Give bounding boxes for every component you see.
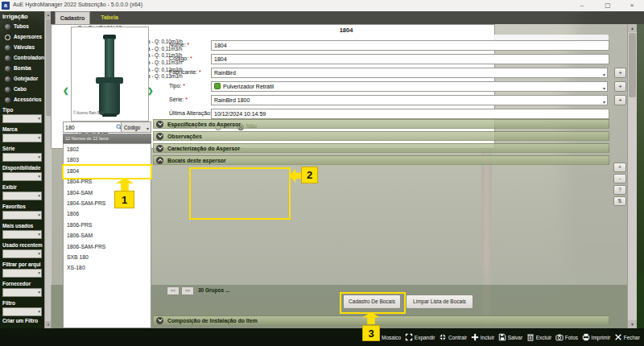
maximize-button[interactable]: ▢ [601, 1, 615, 10]
required-marker: * [190, 56, 192, 61]
sidebar-item-tubos[interactable]: Tubos [0, 22, 44, 32]
serie-select[interactable]: RainBird 1800 [211, 95, 608, 105]
filter-select-usado-recentemente[interactable] [2, 249, 42, 259]
list-item[interactable]: 1802 [64, 144, 151, 154]
printer-icon [582, 333, 590, 341]
filter-select-filtro[interactable] [2, 307, 42, 317]
section-label: Observações [167, 134, 202, 139]
tree-add-button[interactable]: + [613, 163, 626, 172]
filter-select-mais-usados[interactable] [2, 230, 42, 240]
sidebar-item-gotejador[interactable]: Gotejador [0, 74, 44, 84]
add-serie-button[interactable]: + [614, 95, 626, 105]
required-marker: * [188, 42, 190, 47]
annotation-1-label: 1 [114, 191, 134, 208]
list-item[interactable]: 1806 [64, 208, 151, 219]
list-item[interactable]: 1806-PRS [64, 220, 151, 230]
toolbar-label: Salvar [508, 335, 522, 340]
field-label-serie: Série: * [169, 97, 188, 102]
list-item[interactable]: SXB 180 [64, 252, 151, 262]
section-observacoes[interactable]: Observações [153, 131, 609, 141]
list-item[interactable]: 1806-SAM [64, 230, 151, 241]
minimize-button[interactable]: – [575, 1, 589, 10]
nome-input[interactable] [211, 40, 609, 51]
tree-sort-button[interactable]: ⇅ [613, 196, 626, 206]
fotos-button[interactable]: Fotos [555, 333, 578, 341]
toolbar-label: Incluir [481, 335, 494, 340]
section-especificacoes[interactable]: Especificações do Aspersor [153, 119, 609, 129]
section-caracterizacao[interactable]: Caracterização do Aspersor [153, 143, 609, 153]
fabricante-select[interactable]: RainBird [211, 68, 608, 78]
fechar-button[interactable]: Fechar [614, 333, 640, 341]
list-item[interactable]: XS-180 [64, 262, 151, 273]
search-input[interactable] [63, 122, 123, 133]
filter-select-filtrar-por-arquivo[interactable] [2, 269, 42, 278]
limpar-lista-de-bocais-button[interactable]: Limpar Lista de Bocais [406, 295, 473, 309]
form-scrollbar[interactable]: ▲ ▼ [627, 24, 637, 328]
search-field-select[interactable]: Código [121, 122, 151, 133]
tree-remove-button[interactable]: - [613, 174, 626, 183]
sidebar-item-valvulas[interactable]: Válvulas [0, 43, 44, 53]
tipo-select[interactable]: Pulverizador Retrátil [211, 81, 608, 92]
sidebar-item-acessorios[interactable]: Acessórios [0, 95, 44, 105]
tab-cadastro[interactable]: Cadastro [55, 11, 90, 24]
previous-image-arrow[interactable]: ❮ [63, 87, 69, 95]
tab-tabela[interactable]: Tabela [93, 11, 126, 24]
close-window-button[interactable]: × [625, 1, 639, 10]
sprinkler-riser [105, 39, 114, 79]
toolbar-label: Contrair [448, 335, 467, 340]
imprimir-button[interactable]: Imprimir [582, 333, 610, 341]
ultima-alteracao-input[interactable] [211, 109, 609, 119]
sidebar-item-bomba[interactable]: Bomba [0, 64, 44, 74]
filter-group-serie: Série [0, 146, 44, 165]
filter-select-serie[interactable] [2, 153, 42, 163]
add-tipo-button[interactable]: + [614, 81, 626, 92]
excluir-button[interactable]: Excluir [526, 333, 552, 341]
sidebar: Irrigação Tubos Aspersores Válvulas Cont… [0, 11, 44, 328]
codigo-input[interactable] [211, 54, 609, 64]
sidebar-item-aspersores[interactable]: Aspersores [0, 32, 44, 43]
filter-select-disponibilidade[interactable] [2, 172, 42, 182]
list-item[interactable]: 1806-SAM-PRS [64, 241, 151, 252]
filter-group-disponibilidade: Disponibilidade [0, 165, 44, 184]
app-logo-icon: a [2, 2, 10, 10]
list-item[interactable]: 1804-SAM [64, 187, 151, 198]
section-bocais[interactable]: Bocais deste aspersor [153, 155, 609, 165]
list-item[interactable]: 1803 [64, 154, 151, 165]
sidebar-item-cabo[interactable]: Cabo [0, 84, 44, 95]
camera-icon [555, 333, 564, 341]
filter-select-fornecedor[interactable] [2, 288, 42, 298]
list-item[interactable]: 1804-SAM-PRS [64, 198, 151, 208]
list-item[interactable]: 1804-PRS [64, 176, 151, 187]
filter-label: Filtro [2, 300, 15, 306]
tree-help-button[interactable]: ? [613, 185, 626, 195]
scroll-down-icon[interactable]: ▼ [628, 320, 637, 328]
list-item-selected[interactable]: 1804 [64, 166, 151, 176]
annotation-3-label: 3 [362, 325, 380, 341]
radio-icon [5, 24, 10, 30]
next-image-arrow[interactable]: ❯ [147, 87, 154, 95]
create-filter-button[interactable]: Criar um Filtro [2, 318, 38, 323]
filter-group-mais-usados: Mais usados [0, 223, 44, 242]
pager-prev-button[interactable]: << [167, 286, 180, 295]
cadastro-de-bocais-button[interactable]: Cadastro De Bocais [343, 295, 401, 309]
add-fabricante-button[interactable]: + [614, 68, 626, 78]
pager-next-button[interactable]: >> [181, 286, 194, 295]
expand-icon [405, 333, 413, 341]
image-credit: © Acervo Rain Bird [73, 111, 104, 115]
expandir-button[interactable]: Expandir [405, 333, 436, 341]
radio-icon [5, 66, 10, 72]
filter-select-tipo[interactable] [2, 114, 42, 124]
contrair-button[interactable]: Contrair [439, 333, 467, 341]
filter-select-exibir[interactable] [2, 192, 42, 201]
salvar-button[interactable]: Salvar [498, 333, 522, 341]
incluir-button[interactable]: Incluir [471, 333, 494, 341]
scrollbar-thumb[interactable] [629, 33, 636, 97]
filter-select-favoritos[interactable] [2, 211, 42, 220]
filter-select-marca[interactable] [2, 134, 42, 143]
sidebar-item-controladores[interactable]: Controladores [0, 53, 44, 64]
field-label-codigo: Código: * [169, 56, 192, 61]
toolbar-label: Excluir [536, 335, 552, 340]
field-label-nome: Nome: * [169, 42, 189, 47]
section-composicao[interactable]: Composição de Instalação do Item [153, 315, 609, 325]
scroll-up-icon[interactable]: ▲ [628, 24, 637, 32]
